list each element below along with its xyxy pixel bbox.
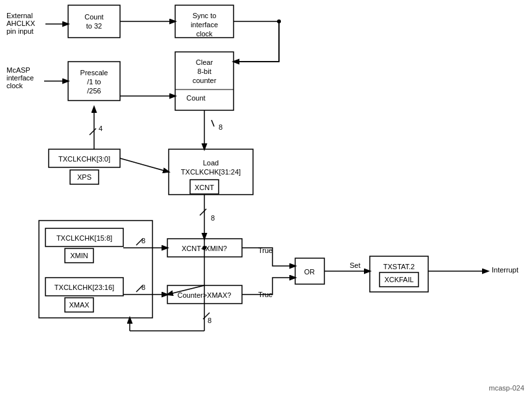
sync-text2: interface — [191, 21, 218, 29]
slash-4 — [90, 128, 96, 135]
load-text2: TXCLKCHK[31:24] — [181, 168, 241, 176]
interrupt-label: Interrupt — [492, 266, 518, 274]
txclkchk-23-16-text: TXCLKCHK[23:16] — [54, 283, 114, 291]
arrow-txclk30-to-load — [120, 158, 169, 172]
xps-text: XPS — [77, 173, 91, 181]
slash-8-2 — [200, 209, 206, 215]
count-to-32-box — [68, 5, 120, 38]
or-text: OR — [304, 268, 315, 276]
diagram-caption: mcasp-024 — [489, 384, 524, 392]
line-sync-feedback — [234, 21, 279, 62]
num-8-2-label: 8 — [211, 214, 215, 222]
num-4-label: 4 — [99, 125, 103, 132]
mcasp-label: McASP — [6, 66, 30, 74]
prescale-text3: /256 — [87, 87, 101, 95]
txclkchk-15-8-text: TXCLKCHK[15:8] — [56, 234, 112, 242]
external-ahclkx-label3: pin input — [6, 27, 34, 35]
xmin-text: XMIN — [70, 252, 88, 259]
arrow-sync-to-counter — [234, 21, 279, 62]
junction-xcnt — [202, 246, 206, 250]
num-8-bottom-label: 8 — [208, 317, 212, 324]
set-label: Set — [350, 261, 361, 269]
xckfail-text: XCKFAIL — [384, 276, 413, 283]
load-text: Load — [203, 159, 219, 167]
count-label: Count — [186, 94, 205, 102]
num-8-1-label: 8 — [219, 123, 223, 131]
external-ahclkx-label2: AHCLKX — [6, 19, 36, 27]
sync-text3: clock — [196, 30, 213, 38]
txstat-text: TXSTAT.2 — [383, 263, 415, 271]
count-to-32-text2: to 32 — [86, 22, 102, 30]
mcasp-label2: interface — [6, 74, 34, 82]
eight-bit-text: 8-bit — [197, 67, 211, 75]
prescale-text: Prescale — [80, 69, 108, 77]
txclkchk-3-0-text: TXCLKCHK[3:0] — [58, 155, 110, 163]
clear-text: Clear — [196, 58, 213, 66]
counter-text: counter — [193, 77, 217, 84]
num-8-4-label: 8 — [141, 283, 145, 291]
external-ahclkx-label: External — [6, 12, 32, 19]
sync-text: Sync to — [193, 12, 217, 19]
num-8-3-label: 8 — [141, 237, 145, 245]
xcnt-text: XCNT — [195, 184, 214, 191]
count-to-32-text: Count — [84, 13, 103, 21]
prescale-text2: /1 to — [87, 78, 101, 86]
mcasp-label3: clock — [6, 82, 23, 90]
slash-8-1 — [212, 120, 214, 126]
xmax-text: XMAX — [69, 301, 90, 309]
